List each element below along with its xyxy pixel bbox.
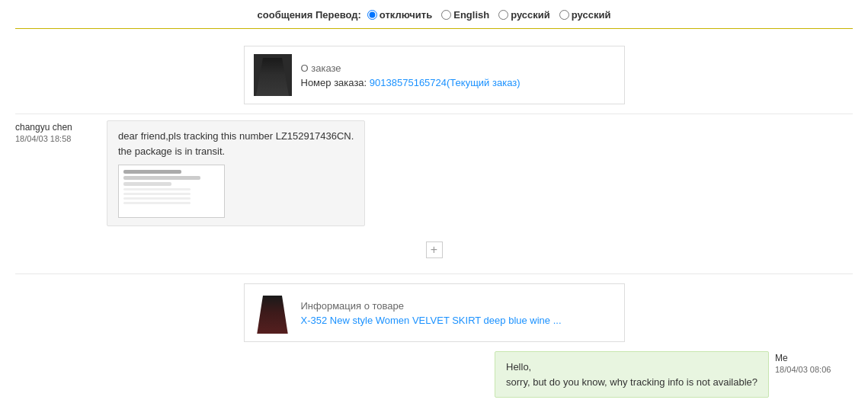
my-timestamp: 18/04/03 08:06 xyxy=(775,365,853,374)
radio-russian2-label: русский xyxy=(572,9,611,21)
radio-off-label: отключить xyxy=(380,9,432,21)
radio-english[interactable]: English xyxy=(441,9,489,21)
radio-english-input[interactable] xyxy=(441,10,451,20)
product-card: Информация о товаре X-352 New style Wome… xyxy=(15,283,853,342)
radio-russian2[interactable]: русский xyxy=(559,9,611,21)
my-name: Me xyxy=(775,353,853,363)
radio-off[interactable]: отключить xyxy=(367,9,432,21)
separator-2 xyxy=(15,273,853,274)
order-card: О заказе Номер заказа: 901385751657​24(Т… xyxy=(15,46,853,104)
thumb-line-6 xyxy=(123,197,191,200)
add-attachment-button[interactable]: + xyxy=(426,241,443,258)
seller-bubble: dear friend,pls tracking this number LZ1… xyxy=(107,120,365,226)
seller-message: changyu chen 18/04/03 18:58 dear friend,… xyxy=(15,120,853,226)
radio-russian1[interactable]: русский xyxy=(498,9,550,21)
tracking-thumbnail xyxy=(118,165,225,218)
thumb-line-3 xyxy=(123,182,171,186)
order-card-inner: О заказе Номер заказа: 901385751657​24(Т… xyxy=(244,46,625,104)
thumb-line-4 xyxy=(123,188,191,190)
seller-info: changyu chen 18/04/03 18:58 xyxy=(15,120,107,143)
product-card-image xyxy=(254,292,292,334)
messages-area: О заказе Номер заказа: 901385751657​24(Т… xyxy=(0,29,868,403)
radio-off-input[interactable] xyxy=(367,10,377,20)
separator-1 xyxy=(15,114,853,114)
seller-name: changyu chen xyxy=(15,122,107,133)
thumb-line-7 xyxy=(123,202,191,204)
product-card-inner: Информация о товаре X-352 New style Wome… xyxy=(244,283,625,342)
radio-russian2-input[interactable] xyxy=(559,10,569,20)
my-info: Me 18/04/03 08:06 xyxy=(769,351,853,374)
my-bubble: Hello, sorry, but do you know, why track… xyxy=(495,351,769,398)
order-label: Номер заказа: xyxy=(301,77,367,88)
skirt-icon xyxy=(254,58,292,96)
my-message: Hello, sorry, but do you know, why track… xyxy=(15,351,853,398)
thumb-line-5 xyxy=(123,193,191,195)
product-name-link[interactable]: X-352 New style Women VELVET SKIRT deep … xyxy=(301,315,562,326)
product-skirt-icon xyxy=(254,296,292,334)
my-text-line2: sorry, but do you know, why tracking inf… xyxy=(506,376,757,388)
order-card-title: О заказе xyxy=(301,62,615,74)
translation-bar: сообщения Перевод: отключить English рус… xyxy=(0,0,868,28)
order-card-image xyxy=(254,54,292,96)
seller-text-line2: the package is in transit. xyxy=(118,146,225,157)
seller-timestamp: 18/04/03 18:58 xyxy=(15,134,107,143)
radio-russian1-input[interactable] xyxy=(498,10,508,20)
add-button-row: + xyxy=(15,232,853,267)
order-number-link[interactable]: 901385751657​24(Текущий заказ) xyxy=(370,77,520,88)
translation-radio-group: отключить English русский русский xyxy=(367,9,611,21)
my-text-line1: Hello, xyxy=(506,361,531,373)
radio-russian1-label: русский xyxy=(511,9,550,21)
thumb-line-2 xyxy=(123,176,200,180)
order-card-info: О заказе Номер заказа: 901385751657​24(Т… xyxy=(301,62,615,88)
thumb-line-1 xyxy=(123,170,181,174)
product-card-info: Информация о товаре X-352 New style Wome… xyxy=(301,300,615,326)
seller-text-line1: dear friend,pls tracking this number LZ1… xyxy=(118,130,354,142)
product-card-title: Информация о товаре xyxy=(301,300,615,312)
radio-english-label: English xyxy=(453,9,489,21)
translation-label: сообщения Перевод: xyxy=(258,9,361,21)
order-card-number: Номер заказа: 901385751657​24(Текущий за… xyxy=(301,77,615,88)
